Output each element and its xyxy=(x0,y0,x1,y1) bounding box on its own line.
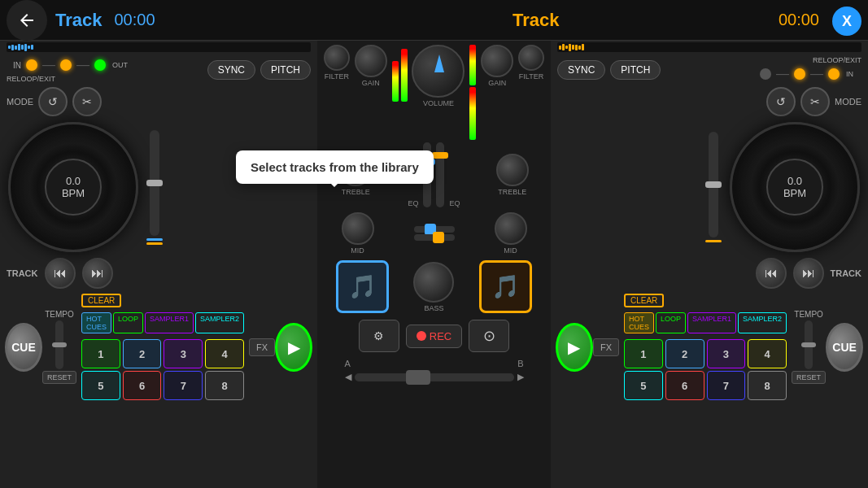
left-gain-label: GAIN xyxy=(362,79,380,87)
pad-6-right[interactable]: 6 xyxy=(665,371,704,400)
pad-tab-sampler1-left[interactable]: SAMPLER1 xyxy=(145,312,194,333)
track-next-left[interactable]: ⏭ xyxy=(82,258,113,289)
reset-button-right[interactable]: RESET xyxy=(792,371,826,384)
sync-button-left[interactable]: SYNC xyxy=(207,60,255,80)
headphone-button[interactable]: ⊙ xyxy=(469,320,509,352)
right-turntable[interactable]: 0.0 BPM xyxy=(730,122,860,252)
clear-button-left[interactable]: CLEAR xyxy=(81,294,121,307)
pitch-button-right[interactable]: PITCH xyxy=(610,60,661,80)
pad-8-left[interactable]: 8 xyxy=(205,371,244,400)
back-button[interactable] xyxy=(7,0,47,41)
rec-button[interactable]: REC xyxy=(406,325,462,348)
right-tempo-slider[interactable] xyxy=(805,320,813,369)
fx-button-left[interactable]: FX xyxy=(249,338,275,356)
cue-button-right[interactable]: CUE xyxy=(826,323,863,372)
pad-5-left[interactable]: 5 xyxy=(81,371,120,400)
pad-6-left[interactable]: 6 xyxy=(123,371,162,400)
mode-btn-2-right[interactable]: ✂ xyxy=(800,87,830,116)
left-gain-knob[interactable] xyxy=(355,45,387,77)
pad-3-left[interactable]: 3 xyxy=(164,339,203,368)
right-mid-knob[interactable] xyxy=(495,212,527,245)
right-gain-knob[interactable] xyxy=(481,45,513,77)
wave-bar-r xyxy=(569,44,571,51)
play-button-left[interactable]: ▶ xyxy=(275,323,312,372)
fx-button-right[interactable]: FX xyxy=(593,338,619,356)
left-pad-grid: 1 2 3 4 5 6 7 8 xyxy=(81,339,244,400)
left-turntable-inner: 0.0 BPM xyxy=(45,159,102,216)
left-tempo-slider[interactable] xyxy=(55,320,63,369)
right-pitch-slider[interactable] xyxy=(709,132,718,237)
right-treble-knob[interactable] xyxy=(496,154,529,186)
pad-tab-loop-left[interactable]: LOOP xyxy=(113,312,143,333)
right-mode-row: ↺ ✂ MODE xyxy=(551,85,868,118)
main-area: IN — — OUT RELOOP/EXIT SYNC PITCH MODE ↺… xyxy=(0,41,868,488)
eq-label-left: EQ xyxy=(408,199,418,207)
sync-button-right[interactable]: SYNC xyxy=(557,60,605,80)
right-led-row: — — IN xyxy=(753,65,861,83)
reset-button-left[interactable]: RESET xyxy=(42,371,76,384)
wave-bar-r xyxy=(582,44,584,50)
pad-7-right[interactable]: 7 xyxy=(707,371,746,400)
separator-r: — xyxy=(776,67,789,81)
close-icon: X xyxy=(842,13,852,30)
clear-button-right[interactable]: CLEAR xyxy=(624,294,664,307)
pad-tab-hotcues-left[interactable]: HOT CUES xyxy=(81,312,111,333)
pad-tab-loop-right[interactable]: LOOP xyxy=(656,312,686,333)
right-filter-label: FILTER xyxy=(519,72,543,81)
led-in-right xyxy=(828,68,840,80)
mixer-eq-button[interactable]: ⚙ xyxy=(359,320,399,352)
left-waveform xyxy=(7,42,311,52)
play-button-right[interactable]: ▶ xyxy=(556,323,593,372)
right-treble-label: TREBLE xyxy=(498,188,526,196)
mode-btn-1-right[interactable]: ↺ xyxy=(766,87,796,116)
wave-bar-r xyxy=(575,45,578,50)
volume-knob[interactable] xyxy=(412,45,465,98)
add-music-left-button[interactable]: 🎵 xyxy=(336,260,389,313)
pad-tab-sampler2-right[interactable]: SAMPLER2 xyxy=(738,312,787,333)
left-treble-label: TREBLE xyxy=(342,188,370,196)
left-filter-knob[interactable] xyxy=(324,45,350,71)
left-pitch-slider[interactable] xyxy=(150,130,159,236)
pad-7-left[interactable]: 7 xyxy=(164,371,203,400)
ab-labels: A B xyxy=(345,359,524,368)
tooltip: Select tracks from the library xyxy=(236,150,434,184)
track-prev-right[interactable]: ⏮ xyxy=(756,258,787,289)
right-bottom-buttons: CUE TEMPO RESET CLEAR HOT CUES LOOP SAMP… xyxy=(551,290,868,403)
pad-4-left[interactable]: 4 xyxy=(205,339,244,368)
pad-tab-sampler1-right[interactable]: SAMPLER1 xyxy=(687,312,736,333)
pad-3-right[interactable]: 3 xyxy=(707,339,746,368)
pitch-button-left[interactable]: PITCH xyxy=(260,60,311,80)
pad-5-right[interactable]: 5 xyxy=(624,371,663,400)
mode-btn-1-left[interactable]: ↺ xyxy=(38,87,68,116)
left-mid-knob[interactable] xyxy=(342,212,374,245)
track-prev-left[interactable]: ⏮ xyxy=(45,258,76,289)
pad-1-left[interactable]: 1 xyxy=(81,339,120,368)
left-bottom-buttons: CUE TEMPO RESET CLEAR HOT CUES LOOP SAMP… xyxy=(0,290,317,403)
cue-button-left[interactable]: CUE xyxy=(5,323,42,372)
crossfader-right-arrow: ▶ xyxy=(517,372,524,382)
right-gain-knob-section: GAIN xyxy=(481,45,513,140)
pitch-mark-1 xyxy=(146,238,163,241)
right-pad-grid: 1 2 3 4 5 6 7 8 xyxy=(624,339,787,400)
mixer-buttons-row: ⚙ REC ⊙ xyxy=(355,316,513,355)
right-turntable-inner: 0.0 BPM xyxy=(766,159,823,216)
right-bpm-value: 0.0 xyxy=(783,175,806,187)
crossfader-track[interactable] xyxy=(355,373,514,381)
left-turntable[interactable]: 0.0 BPM xyxy=(8,122,138,252)
add-music-right-button[interactable]: 🎵 xyxy=(479,260,532,313)
close-button[interactable]: X xyxy=(832,7,861,36)
mode-btn-2-left[interactable]: ✂ xyxy=(72,87,102,116)
pad-2-right[interactable]: 2 xyxy=(665,339,704,368)
pad-1-right[interactable]: 1 xyxy=(624,339,663,368)
pad-tab-sampler2-left[interactable]: SAMPLER2 xyxy=(195,312,244,333)
right-filter-knob[interactable] xyxy=(518,45,544,71)
bass-knob[interactable] xyxy=(413,262,454,303)
pad-tab-hotcues-right[interactable]: HOT CUES xyxy=(624,312,654,333)
pad-8-right[interactable]: 8 xyxy=(748,371,787,400)
track-next-right[interactable]: ⏭ xyxy=(793,258,824,289)
small-horiz-fader-2[interactable] xyxy=(414,234,455,241)
pad-2-left[interactable]: 2 xyxy=(123,339,162,368)
right-fader-track[interactable] xyxy=(436,142,444,207)
pad-4-right[interactable]: 4 xyxy=(748,339,787,368)
wave-bar-r xyxy=(572,45,574,50)
